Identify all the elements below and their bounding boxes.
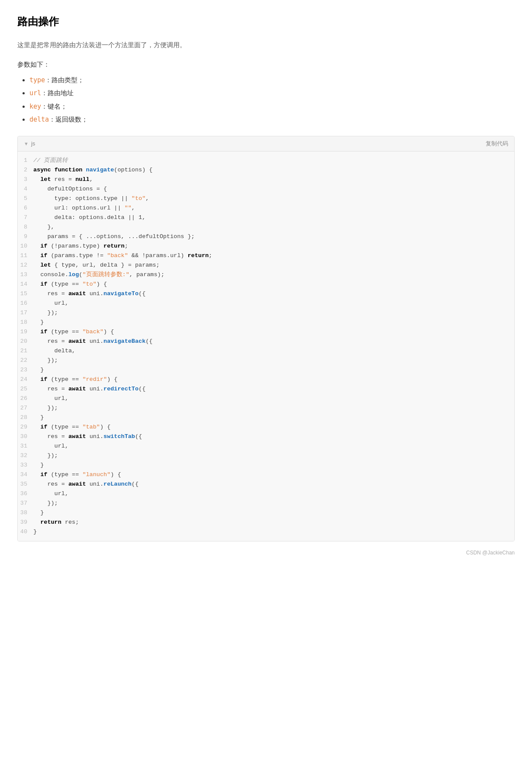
line-content: }, [33, 222, 55, 232]
line-number: 37 [18, 499, 33, 508]
line-number: 27 [18, 403, 33, 413]
line-number: 13 [18, 270, 33, 280]
code-lang-label: js [31, 139, 35, 148]
line-content: res = await uni.switchTab({ [33, 432, 142, 441]
intro-text: 这里是把常用的路由方法装进一个方法里面了，方便调用。 [17, 39, 515, 51]
line-number: 29 [18, 422, 33, 432]
line-number: 19 [18, 327, 33, 337]
table-row: 38 } [18, 508, 514, 518]
line-number: 33 [18, 461, 33, 470]
line-number: 15 [18, 289, 33, 299]
line-number: 1 [18, 156, 33, 165]
line-content: res = await uni.reLaunch({ [33, 480, 139, 489]
line-number: 36 [18, 489, 33, 499]
param-key-desc: ：键名； [41, 103, 67, 110]
param-type: type [29, 76, 45, 84]
line-number: 18 [18, 318, 33, 327]
table-row: 25 res = await uni.redirectTo({ [18, 384, 514, 394]
line-number: 16 [18, 299, 33, 308]
copy-button[interactable]: 复制代码 [486, 140, 508, 148]
param-delta-desc: ：返回级数； [49, 116, 88, 123]
line-content: url, [33, 441, 68, 451]
table-row: 9 params = { ...options, ...defultOption… [18, 232, 514, 242]
line-number: 10 [18, 242, 33, 251]
line-content: } [33, 318, 44, 327]
line-number: 3 [18, 175, 33, 184]
footer-attribution: CSDN @JackieChan [17, 548, 515, 557]
table-row: 15 res = await uni.navigateTo({ [18, 289, 514, 299]
line-number: 32 [18, 451, 33, 461]
list-item: delta：返回级数； [29, 114, 515, 126]
table-row: 20 res = await uni.navigateBack({ [18, 337, 514, 346]
line-content: if (!params.type) return; [33, 242, 128, 251]
line-content: let res = null, [33, 175, 93, 184]
page-title: 路由操作 [17, 13, 515, 31]
table-row: 23 } [18, 365, 514, 375]
line-content: res = await uni.navigateTo({ [33, 289, 145, 299]
line-number: 38 [18, 508, 33, 518]
line-number: 24 [18, 375, 33, 384]
line-number: 20 [18, 337, 33, 346]
line-number: 11 [18, 251, 33, 261]
table-row: 14 if (type == "to") { [18, 280, 514, 289]
line-number: 14 [18, 280, 33, 289]
line-content: url, [33, 489, 68, 499]
line-number: 8 [18, 222, 33, 232]
line-number: 23 [18, 365, 33, 375]
table-row: 5 type: options.type || "to", [18, 194, 514, 203]
table-row: 12 let { type, url, delta } = params; [18, 261, 514, 270]
line-number: 6 [18, 203, 33, 213]
table-row: 19 if (type == "back") { [18, 327, 514, 337]
code-lang: ▼ js [24, 139, 35, 148]
line-content: if (type == "redir") { [33, 375, 117, 384]
table-row: 6 url: options.url || "", [18, 203, 514, 213]
param-type-desc: ：路由类型； [45, 76, 84, 84]
line-content: } [33, 527, 37, 537]
line-number: 21 [18, 346, 33, 356]
line-number: 2 [18, 165, 33, 175]
line-content: return res; [33, 518, 79, 527]
table-row: 28 } [18, 413, 514, 422]
line-content: }); [33, 403, 58, 413]
line-content: defultOptions = { [33, 184, 107, 194]
line-number: 12 [18, 261, 33, 270]
param-list: type：路由类型； url：路由地址 key：键名； delta：返回级数； [17, 74, 515, 126]
line-number: 7 [18, 213, 33, 222]
table-row: 36 url, [18, 489, 514, 499]
table-row: 3 let res = null, [18, 175, 514, 184]
param-url: url [29, 89, 41, 97]
line-content: if (type == "tab") { [33, 422, 110, 432]
table-row: 37 }); [18, 499, 514, 508]
table-row: 26 url, [18, 394, 514, 403]
line-content: delta, [33, 346, 75, 356]
table-row: 22 }); [18, 356, 514, 365]
line-content: if (params.type != "back" && !params.url… [33, 251, 212, 261]
line-content: async function navigate(options) { [33, 165, 152, 175]
line-content: delta: options.delta || 1, [33, 213, 145, 222]
line-content: res = await uni.redirectTo({ [33, 384, 145, 394]
line-number: 31 [18, 441, 33, 451]
line-content: } [33, 461, 44, 470]
code-body: 1// 页面跳转2async function navigate(options… [18, 151, 514, 541]
line-content: if (type == "back") { [33, 327, 114, 337]
line-number: 40 [18, 527, 33, 537]
table-row: 33 } [18, 461, 514, 470]
line-content: } [33, 508, 44, 518]
line-number: 5 [18, 194, 33, 203]
table-row: 27 }); [18, 403, 514, 413]
list-item: key：键名； [29, 101, 515, 113]
line-number: 17 [18, 308, 33, 318]
table-row: 18 } [18, 318, 514, 327]
line-content: // 页面跳转 [33, 156, 68, 165]
params-title: 参数如下： [17, 59, 515, 70]
table-row: 10 if (!params.type) return; [18, 242, 514, 251]
table-row: 30 res = await uni.switchTab({ [18, 432, 514, 441]
table-row: 31 url, [18, 441, 514, 451]
line-number: 30 [18, 432, 33, 441]
line-content: url, [33, 394, 68, 403]
line-content: params = { ...options, ...defultOptions … [33, 232, 195, 242]
list-item: url：路由地址 [29, 87, 515, 99]
table-row: 29 if (type == "tab") { [18, 422, 514, 432]
table-row: 7 delta: options.delta || 1, [18, 213, 514, 222]
table-row: 32 }); [18, 451, 514, 461]
